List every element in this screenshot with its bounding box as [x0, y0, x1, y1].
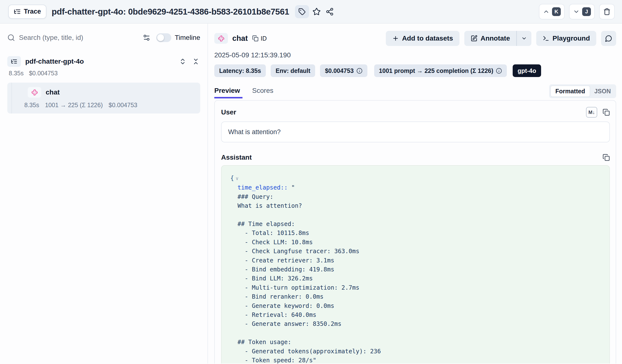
trace-topbar: Trace pdf-chatter-gpt-4o: 0bde9629-4251-… — [0, 0, 622, 24]
chat-tokens: 1001 → 225 (Σ 1226) — [45, 102, 103, 109]
observation-panel: chat ID Add to datasets — [208, 24, 622, 364]
code-line: ## Time elapsed: — [230, 219, 601, 229]
code-segment-str: - Bind reranker: 0.0ms — [230, 293, 324, 300]
playground-button[interactable]: Playground — [536, 31, 596, 46]
collapse-chevron-icon[interactable]: ∨ — [234, 175, 239, 181]
format-toggle: Formatted JSON — [549, 84, 616, 98]
tag-icon — [298, 8, 306, 15]
tag-button[interactable] — [295, 5, 309, 18]
code-segment-str: - Create retriever: 3.1ms — [230, 257, 334, 264]
token-usage-badge: 1001 prompt → 225 completion (Σ 1226) — [374, 64, 507, 77]
info-icon[interactable] — [356, 68, 363, 74]
trace-cost: $0.004753 — [29, 70, 58, 77]
copy-id-label: ID — [261, 35, 267, 42]
kbd-shortcut-j: J — [582, 7, 591, 16]
list-tree-icon — [14, 8, 21, 15]
code-segment-str: - Token speed: 28/s" — [230, 357, 316, 364]
code-line: ### Query: — [230, 192, 601, 201]
copy-user-content-button[interactable] — [603, 109, 610, 116]
terminal-icon — [543, 35, 549, 42]
tab-preview[interactable]: Preview — [214, 87, 251, 98]
plus-icon — [392, 35, 399, 42]
generation-icon-badge — [28, 87, 41, 98]
preview-card: User M↓ What is attention? Assistant — [214, 100, 616, 364]
trace-node-icon-badge — [7, 56, 21, 67]
code-line: - Token speed: 28/s" — [230, 356, 601, 364]
expand-all-button[interactable] — [178, 57, 187, 66]
star-button[interactable] — [311, 6, 322, 17]
code-line: - Check LLM: 10.8ms — [230, 238, 601, 247]
chevrons-down-up-icon — [192, 58, 199, 65]
share-button[interactable] — [324, 6, 335, 17]
code-line: - Total: 10115.8ms — [230, 229, 601, 237]
generation-icon-badge — [214, 33, 228, 44]
assistant-code: {∨ time_elapsed:: " ### Query: What is a… — [230, 173, 601, 364]
copy-icon — [603, 154, 610, 161]
trace-type-badge[interactable]: Trace — [8, 5, 46, 19]
chat-node-metrics: 8.35s 1001 → 225 (Σ 1226) $0.004753 — [7, 102, 200, 109]
user-message-text: What is attention? — [228, 128, 281, 136]
user-section-heading: User — [221, 108, 236, 116]
markdown-toggle-button[interactable]: M↓ — [586, 107, 597, 118]
page-title: pdf-chatter-gpt-4o: 0bde9629-4251-4386-b… — [52, 7, 289, 17]
timeline-toggle-label: Timeline — [175, 34, 200, 41]
code-segment-str: - Generated tokens(approximately): 236 — [230, 348, 381, 355]
user-message-box: What is attention? — [221, 121, 610, 142]
code-line: - Bind embedding: 419.8ms — [230, 265, 601, 274]
code-segment-str: ### Query: — [230, 193, 273, 200]
trash-icon — [603, 8, 611, 15]
list-tree-icon — [11, 58, 18, 65]
code-line: {∨ — [230, 173, 601, 183]
timeline-toggle[interactable] — [156, 33, 171, 42]
format-toggle-formatted[interactable]: Formatted — [550, 86, 590, 97]
chevrons-up-down-icon — [179, 58, 186, 65]
code-line: ## Token usage: — [230, 338, 601, 346]
token-usage-value: 1001 prompt → 225 completion (Σ 1226) — [379, 67, 493, 74]
annotate-split-button: Annotate — [464, 31, 531, 46]
code-line: - Create retriever: 3.1ms — [230, 256, 601, 265]
message-bubble-icon — [605, 35, 612, 42]
code-segment-str: - Check LLM: 10.8ms — [230, 239, 313, 246]
code-line: - Multi-turn optimization: 2.7ms — [230, 283, 601, 292]
view-options-icon[interactable] — [143, 34, 150, 41]
add-to-datasets-button[interactable]: Add to datasets — [386, 31, 459, 46]
prev-trace-button[interactable]: K — [539, 4, 565, 19]
search-input[interactable] — [19, 34, 143, 41]
cost-value: $0.004753 — [325, 67, 353, 74]
toggle-knob — [157, 34, 164, 41]
format-toggle-json[interactable]: JSON — [590, 86, 615, 96]
trace-badge-label: Trace — [24, 8, 41, 15]
code-segment-str: - Total: 10115.8ms — [230, 230, 309, 236]
code-line: time_elapsed:: " — [230, 183, 601, 192]
playground-label: Playground — [552, 35, 590, 42]
code-segment-str: - Generate answer: 8350.2ms — [230, 320, 341, 327]
latency-badge: Latency: 8.35s — [214, 64, 266, 77]
metadata-badges: Latency: 8.35s Env: default $0.004753 10… — [214, 64, 616, 77]
trace-tree: pdf-chatter-gpt-4o 8.35s $0.004753 — [7, 56, 200, 114]
next-trace-button[interactable]: J — [569, 4, 595, 19]
code-segment-str: - Bind embedding: 419.8ms — [230, 266, 334, 273]
trace-node-label: pdf-chatter-gpt-4o — [25, 57, 84, 65]
add-to-datasets-label: Add to datasets — [402, 35, 453, 42]
annotate-button[interactable]: Annotate — [464, 31, 516, 46]
tree-node-chat[interactable]: chat 8.35s 1001 → 225 (Σ 1226) $0.004753 — [7, 83, 200, 114]
chevron-down-icon — [573, 8, 580, 15]
tab-scores[interactable]: Scores — [251, 87, 284, 98]
info-icon[interactable] — [496, 68, 502, 74]
code-line — [230, 328, 601, 338]
comments-button[interactable] — [601, 31, 616, 46]
detail-tabs: Preview Scores Formatted JSON — [214, 84, 616, 100]
copy-assistant-content-button[interactable] — [603, 154, 610, 161]
code-line: What is attention? — [230, 201, 601, 210]
tree-node-trace[interactable]: pdf-chatter-gpt-4o — [7, 56, 200, 67]
chat-cost: $0.004753 — [109, 102, 137, 109]
delete-trace-button[interactable] — [599, 4, 615, 19]
annotate-dropdown-button[interactable] — [517, 31, 531, 46]
copy-icon — [252, 35, 258, 41]
code-segment-str: What is attention? — [230, 202, 302, 209]
copy-id-button[interactable]: ID — [252, 35, 267, 42]
observation-title: chat — [232, 34, 248, 43]
collapse-all-button[interactable] — [192, 57, 200, 66]
assistant-section-heading: Assistant — [221, 153, 252, 161]
search-icon — [7, 34, 15, 41]
